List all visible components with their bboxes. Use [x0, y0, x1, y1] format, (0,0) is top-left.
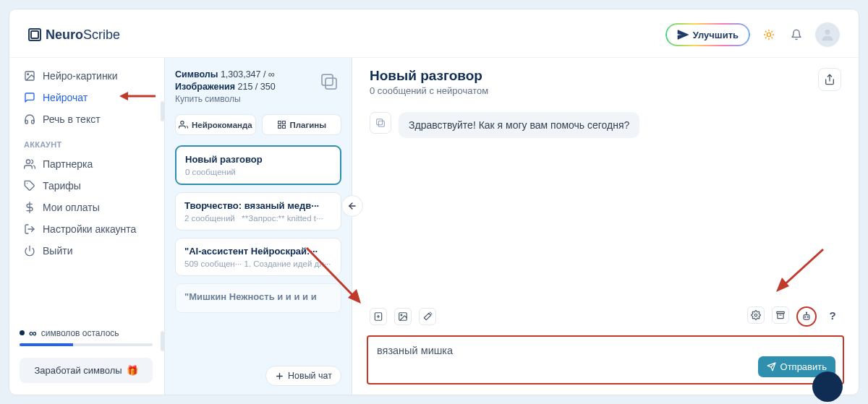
chat-title: Новый разговор: [370, 68, 488, 84]
sidebar-item-label: Настройки аккаунта: [43, 223, 136, 235]
conversation-title: "Мишкин Нежность и и и и и: [184, 291, 332, 302]
assistant-message: Здравствуйте! Как я могу вам помочь сего…: [399, 112, 639, 138]
users-icon: [24, 158, 35, 170]
svg-point-27: [401, 314, 402, 316]
sidebar-section-label: АККАУНТ: [17, 130, 156, 153]
conversation-sub: 0 сообщений: [185, 168, 331, 176]
symbols-remaining: ∞ символов осталось: [20, 327, 153, 339]
conversation-item[interactable]: Творчество: вязаный медв··· 2 сообщений …: [175, 192, 341, 231]
theme-button[interactable]: [760, 26, 778, 43]
robot-button[interactable]: [796, 306, 817, 327]
image-icon: [398, 311, 408, 322]
sidebar-item-exit[interactable]: Выйти: [17, 240, 156, 262]
robot-icon: [801, 311, 812, 322]
sidebar-item-speech[interactable]: Речь в текст: [17, 108, 156, 130]
sidebar-item-label: Выйти: [43, 245, 72, 257]
plus-icon: [275, 371, 284, 381]
earn-symbols-button[interactable]: Заработай символы 🎁: [20, 358, 153, 383]
new-chat-label: Новый чат: [288, 371, 332, 381]
toolbar-right: ?: [747, 306, 841, 327]
avatar[interactable]: [815, 22, 840, 47]
improve-label: Улучшить: [693, 30, 739, 40]
attach-file-button[interactable]: [370, 308, 387, 325]
svg-rect-11: [326, 78, 336, 89]
wand-icon: [422, 311, 433, 322]
sidebar-item-tariffs[interactable]: Тарифы: [17, 175, 156, 197]
new-chat-button[interactable]: Новый чат: [265, 366, 341, 386]
conversation-item[interactable]: "Мишкин Нежность и и и и и: [175, 283, 341, 313]
collapse-panel-button[interactable]: [341, 195, 363, 217]
svg-point-0: [767, 33, 770, 36]
sidebar-item-payments[interactable]: Мои оплаты: [17, 197, 156, 218]
sidebar-footer: ∞ символов осталось Заработай символы 🎁: [17, 319, 156, 395]
svg-point-3: [26, 160, 30, 163]
sidebar-item-neurochat[interactable]: Нейрочат: [17, 87, 156, 108]
toolbar-left: [370, 308, 436, 325]
conversation-sub: 509 сообщен··· 1. Создание идей дл···: [184, 259, 332, 268]
conversation-item[interactable]: "AI-ассистент Нейроскрай:··· 509 сообщен…: [175, 238, 341, 276]
svg-point-36: [806, 312, 807, 313]
tab-label: Нейрокоманда: [192, 121, 252, 129]
power-icon: [24, 245, 35, 257]
sun-icon: [763, 29, 775, 40]
input-toolbar: ?: [352, 301, 859, 331]
dollar-icon: [24, 202, 35, 213]
improve-button[interactable]: Улучшить: [665, 23, 750, 46]
notifications-button[interactable]: [788, 26, 805, 43]
magic-button[interactable]: [419, 308, 436, 325]
conversation-item[interactable]: Новый разговор 0 сообщений: [175, 145, 341, 185]
svg-point-2: [27, 74, 29, 75]
chat-icon: [24, 92, 35, 103]
chat-header: Новый разговор 0 сообщений с нейрочатом: [352, 58, 859, 105]
gift-icon: 🎁: [127, 365, 138, 376]
svg-rect-15: [278, 126, 281, 129]
buy-symbols-link[interactable]: Купить символы: [175, 94, 341, 104]
earn-symbols-label: Заработай символы: [34, 365, 122, 376]
gear-icon: [751, 310, 761, 320]
sidebar-item-label: Речь в текст: [43, 113, 101, 125]
floating-chat-icon[interactable]: [812, 371, 843, 402]
topbar: NeuroScribe Улучшить: [9, 22, 859, 57]
logo-icon: [28, 28, 41, 41]
tab-neuroteam[interactable]: Нейрокоманда: [175, 114, 256, 135]
svg-rect-14: [282, 121, 285, 124]
sidebar-item-label: Нейро-картинки: [43, 70, 118, 82]
sidebar-item-neuro-images[interactable]: Нейро-картинки: [17, 65, 156, 87]
help-button[interactable]: ?: [824, 306, 841, 324]
app-body: Нейро-картинки Нейрочат Речь в текст АКК…: [9, 57, 859, 395]
archive-button[interactable]: [772, 306, 789, 324]
sidebar: Нейро-картинки Нейрочат Речь в текст АКК…: [9, 58, 164, 395]
mid-tabs: Нейрокоманда Плагины: [175, 114, 341, 135]
svg-rect-10: [322, 74, 333, 85]
tab-plugins[interactable]: Плагины: [262, 114, 341, 135]
image-icon: [24, 70, 35, 82]
archive-icon: [775, 310, 786, 320]
chat-messages: Здравствуйте! Как я могу вам помочь сего…: [352, 105, 859, 301]
app-window: NeuroScribe Улучшить Нейро-картинки: [9, 9, 859, 395]
app-logo[interactable]: NeuroScribe: [28, 27, 120, 43]
share-button[interactable]: [818, 68, 841, 91]
sidebar-item-label: Тарифы: [43, 180, 81, 192]
user-icon: [820, 27, 835, 43]
sidebar-item-settings[interactable]: Настройки аккаунта: [17, 218, 156, 240]
svg-rect-16: [282, 126, 285, 129]
bell-icon: [791, 29, 802, 40]
settings-button[interactable]: [747, 306, 765, 324]
svg-rect-22: [378, 121, 384, 126]
attach-image-button[interactable]: [394, 308, 412, 325]
headphones-icon: [24, 113, 35, 125]
chat-subtitle: 0 сообщений с нейрочатом: [370, 85, 488, 96]
chat-input[interactable]: [377, 345, 834, 356]
paper-plane-icon: [677, 29, 689, 40]
logo-text-strong: Neuro: [46, 27, 83, 42]
file-plus-icon: [373, 311, 383, 322]
sidebar-item-affiliate[interactable]: Партнерка: [17, 153, 156, 175]
tab-label: Плагины: [290, 121, 327, 129]
symbols-remaining-label: символов осталось: [41, 328, 119, 338]
sidebar-item-label: Партнерка: [43, 158, 93, 170]
conversation-title: Новый разговор: [185, 154, 331, 165]
message-row: Здравствуйте! Как я могу вам помочь сего…: [370, 112, 841, 138]
conversation-panel: Символы 1,303,347 / ∞ Изображения 215 / …: [164, 58, 352, 395]
team-icon: [179, 120, 188, 129]
svg-point-34: [807, 317, 808, 317]
